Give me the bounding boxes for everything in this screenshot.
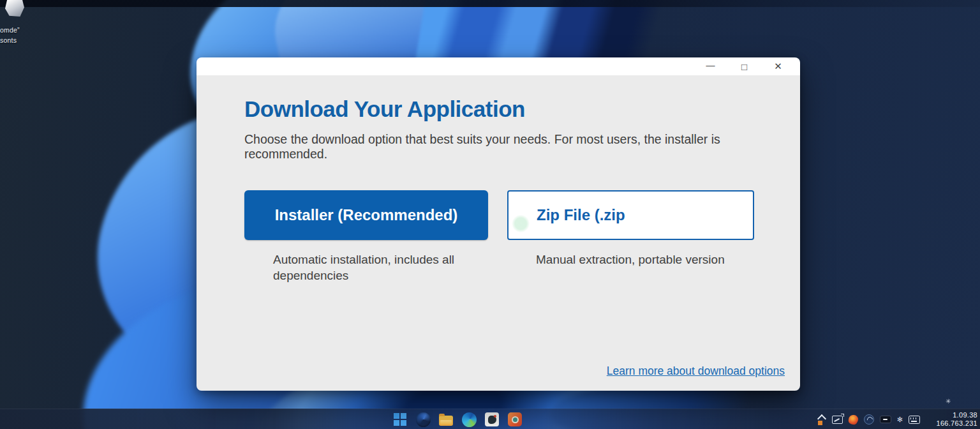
globe-icon xyxy=(864,414,874,425)
installer-option: Installer (Recommended) Automatic instal… xyxy=(244,190,488,283)
flame-icon xyxy=(848,414,859,425)
edge-icon xyxy=(462,412,477,427)
installer-button[interactable]: Installer (Recommended) xyxy=(244,190,488,240)
window-controls: — □ ✕ xyxy=(694,57,795,75)
media-panel-tray-button[interactable] xyxy=(880,416,891,423)
clipboard-icon xyxy=(485,412,499,426)
zip-file-button[interactable]: Zip File (.zip xyxy=(507,190,754,240)
taskbar-clock[interactable]: 1.09.38 166.763.231 xyxy=(929,411,977,428)
page-title: Download Your Application xyxy=(244,75,754,122)
wallpaper-dark-band xyxy=(0,0,980,7)
file-explorer-button[interactable] xyxy=(438,412,454,427)
folder-icon xyxy=(439,416,453,426)
screen-share-icon xyxy=(832,416,843,424)
orange-app-button[interactable] xyxy=(507,412,523,427)
screen-share-tray-button[interactable] xyxy=(832,416,843,424)
desktop-shortcut-label[interactable]: sonts xyxy=(0,36,17,44)
system-tray: ✻ 1.09.38 166.763.231 xyxy=(817,409,977,429)
globe-tray-button[interactable] xyxy=(864,414,874,425)
learn-more-link[interactable]: Learn more about download options xyxy=(607,365,785,378)
dialog-subtitle: Choose the download option that best sui… xyxy=(244,132,754,162)
sparkle-icon: ✳ xyxy=(946,398,951,405)
installer-caption: Automatic installation, includes all dep… xyxy=(244,252,455,283)
clipboard-app-button[interactable] xyxy=(484,412,500,427)
flame-tray-button[interactable] xyxy=(849,415,858,425)
dialog-titlebar: — □ ✕ xyxy=(197,57,800,75)
start-button[interactable] xyxy=(392,412,408,427)
taskbar: ✻ 1.09.38 166.763.231 xyxy=(0,409,980,429)
touch-keyboard-button[interactable] xyxy=(909,416,920,424)
chevron-up-icon xyxy=(817,414,826,425)
desktop-shortcut-label[interactable]: omde” xyxy=(0,26,20,34)
dialog-body: Download Your Application Choose the dow… xyxy=(197,75,800,391)
dark-swirl-icon xyxy=(416,412,431,427)
dark-swirl-app-button[interactable] xyxy=(415,412,431,427)
taskbar-app-icons xyxy=(392,412,523,427)
zip-option: Zip File (.zip Manual extraction, portab… xyxy=(507,190,754,283)
hidden-icons-chevron[interactable] xyxy=(817,414,826,425)
download-options-row: Installer (Recommended) Automatic instal… xyxy=(244,190,754,283)
language-tray-button[interactable]: ✻ xyxy=(897,416,903,423)
windows-logo-icon xyxy=(394,413,406,426)
language-icon: ✻ xyxy=(897,416,903,423)
edge-browser-button[interactable] xyxy=(461,412,477,427)
close-icon[interactable]: ✕ xyxy=(761,57,795,75)
zip-caption: Manual extraction, portable version xyxy=(507,252,754,267)
clock-time: 1.09.38 xyxy=(929,411,977,420)
download-dialog-window: — □ ✕ Download Your Application Choose t… xyxy=(197,57,800,391)
minimize-icon[interactable]: — xyxy=(694,57,727,75)
camera-app-icon xyxy=(508,412,522,426)
keyboard-icon xyxy=(909,416,920,424)
media-panel-icon xyxy=(880,416,891,423)
clock-date: 166.763.231 xyxy=(929,419,977,428)
maximize-icon[interactable]: □ xyxy=(727,57,761,75)
